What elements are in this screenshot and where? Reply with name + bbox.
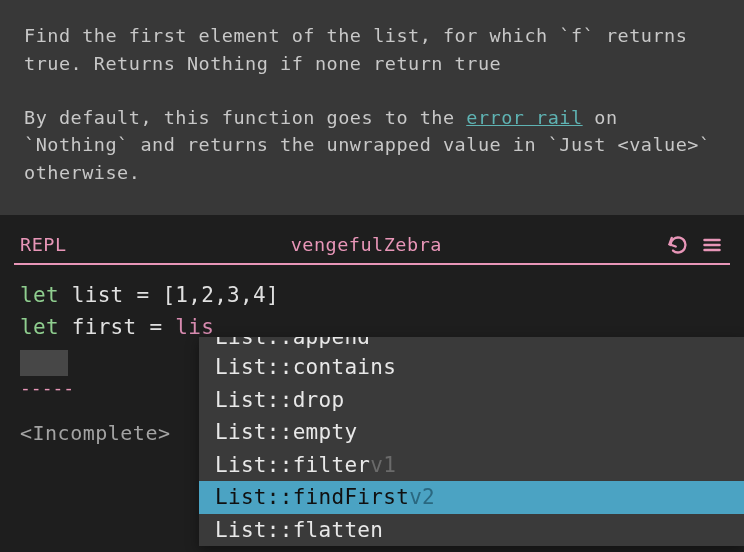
equals-sign: = [137,283,163,307]
list-literal: [1,2,3,4] [162,283,279,307]
menu-icon[interactable] [700,233,724,257]
refresh-icon[interactable] [666,233,690,257]
error-rail-link[interactable]: error rail [466,107,582,128]
autocomplete-label: List::contains [215,355,396,379]
autocomplete-version: v1 [370,453,396,477]
cursor-placeholder[interactable] [20,350,68,376]
autocomplete-label: List::drop [215,388,344,412]
doc-code-f: `f` [559,25,594,46]
doc-text: on [583,107,618,128]
repl-title: vengefulZebra [67,234,666,255]
variable-first: first [59,315,150,339]
doc-text: By default, this function goes to the [24,107,466,128]
doc-text: and returns the unwrapped value in [129,134,548,155]
autocomplete-item[interactable]: List::drop [199,384,744,417]
autocomplete-item[interactable]: List::flatten [199,514,744,547]
variable-list: list [59,283,137,307]
autocomplete-label: List::empty [215,420,357,444]
autocomplete-item-truncated[interactable]: List::append [199,337,744,351]
autocomplete-label: List::flatten [215,518,383,542]
autocomplete-item-selected[interactable]: List::findFirstv2 [199,481,744,514]
autocomplete-item[interactable]: List::filterv1 [199,449,744,482]
repl-actions [666,233,724,257]
doc-code-just: `Just <value>` [548,134,711,155]
typed-input[interactable]: lis [175,315,214,339]
documentation-panel: Find the first element of the list, for … [0,0,744,215]
autocomplete-label: List::append [215,337,370,351]
doc-text: Find the first element of the list, for … [24,25,559,46]
repl-header: REPL vengefulZebra [0,225,744,263]
keyword-let: let [20,283,59,307]
autocomplete-dropdown[interactable]: List::append List::contains List::drop L… [199,337,744,546]
doc-paragraph-2: By default, this function goes to the er… [24,104,720,187]
doc-code-nothing: `Nothing` [24,134,129,155]
code-line-1[interactable]: let list = [1,2,3,4] [20,279,724,312]
autocomplete-item[interactable]: List::contains [199,351,744,384]
doc-paragraph-1: Find the first element of the list, for … [24,22,720,78]
autocomplete-label: List::filter [215,453,370,477]
repl-label: REPL [20,234,67,255]
keyword-let: let [20,315,59,339]
autocomplete-label: List::findFirst [215,485,409,509]
equals-sign: = [149,315,175,339]
doc-text: otherwise. [24,162,140,183]
header-divider [14,263,730,265]
autocomplete-item[interactable]: List::empty [199,416,744,449]
autocomplete-version: v2 [409,485,435,509]
